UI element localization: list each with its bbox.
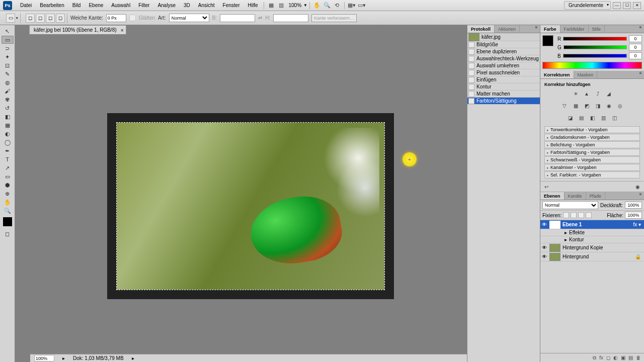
color-spectrum[interactable] <box>542 62 642 69</box>
vibrance-icon[interactable]: ▽ <box>560 102 569 110</box>
layer-thumb[interactable] <box>549 253 560 261</box>
delete-layer-icon[interactable]: 🗑 <box>636 355 641 360</box>
close-button[interactable]: ✕ <box>633 2 641 9</box>
subtract-selection-icon[interactable]: ◻ <box>46 14 55 23</box>
arrange-icon[interactable]: ▦▾ <box>348 2 356 10</box>
brightness-icon[interactable]: ☀ <box>571 90 580 98</box>
stamp-tool[interactable]: ✾ <box>2 96 14 104</box>
layer-row[interactable]: 👁Hintergrund Kopie <box>540 243 644 252</box>
hand-tool[interactable]: ✋ <box>2 198 14 206</box>
path-tool[interactable]: ↗ <box>2 164 14 172</box>
layer-row[interactable]: ▸ Effekte <box>540 229 644 236</box>
fill-input[interactable] <box>625 212 642 219</box>
opacity-input[interactable] <box>625 202 642 209</box>
tab-ebenen[interactable]: Ebenen <box>540 192 565 200</box>
colorbalance-icon[interactable]: ◩ <box>582 102 591 110</box>
history-item[interactable]: Einfügen <box>467 76 540 83</box>
bw-icon[interactable]: ◨ <box>593 102 602 110</box>
panel-menu-icon[interactable]: ≡ <box>637 25 644 33</box>
visibility-icon[interactable]: 👁 <box>541 245 547 251</box>
hand-icon[interactable]: ✋ <box>313 2 321 10</box>
wand-tool[interactable]: ✦ <box>2 53 14 61</box>
blur-tool[interactable]: ◐ <box>2 130 14 138</box>
preset-item[interactable]: Gradationskurven - Vorgaben <box>544 134 640 141</box>
clip-icon[interactable]: ◉ <box>635 184 640 190</box>
menu-datei[interactable]: Datei <box>16 3 36 8</box>
move-tool[interactable]: ↖ <box>2 27 14 35</box>
add-selection-icon[interactable]: ◻ <box>36 14 45 23</box>
photofilter-icon[interactable]: ◉ <box>604 102 613 110</box>
tab-farbfelder[interactable]: Farbfelder <box>560 25 589 33</box>
tab-aktionen[interactable]: Aktionen <box>495 25 520 33</box>
preset-item[interactable]: Schwarzweiß - Vorgaben <box>544 156 640 163</box>
group-icon[interactable]: ▣ <box>621 355 625 360</box>
threshold-icon[interactable]: ◧ <box>588 114 597 122</box>
marquee-tool-preset[interactable]: ▭ <box>6 14 15 23</box>
history-item[interactable]: Auswahlrechteck-Werkzeug <box>467 55 540 62</box>
refine-edge-button[interactable]: Kante verbessern… <box>311 14 357 22</box>
link-layers-icon[interactable]: ⧉ <box>593 355 596 361</box>
preset-item[interactable]: Farbton/Sättigung - Vorgaben <box>544 149 640 156</box>
new-selection-icon[interactable]: ◻ <box>26 14 35 23</box>
lock-transparent-icon[interactable] <box>563 212 569 218</box>
invert-icon[interactable]: ◪ <box>566 114 575 122</box>
green-value[interactable] <box>629 44 642 51</box>
menu-bearbeiten[interactable]: Bearbeiten <box>36 3 68 8</box>
view-extras-icon[interactable]: ▥ <box>277 2 285 10</box>
3d-tool[interactable]: ⬢ <box>2 181 14 189</box>
document-canvas[interactable] <box>107 113 394 299</box>
eraser-tool[interactable]: ◧ <box>2 113 14 121</box>
lock-pixels-icon[interactable] <box>571 212 577 218</box>
history-item[interactable]: Ebene duplizieren <box>467 48 540 55</box>
layer-thumb[interactable] <box>549 244 560 252</box>
menu-auswahl[interactable]: Auswahl <box>107 3 134 8</box>
adjust-layer-icon[interactable]: ◐ <box>613 355 618 360</box>
blend-mode-select[interactable]: Normal <box>542 201 598 209</box>
green-slider[interactable] <box>564 45 627 49</box>
lock-position-icon[interactable] <box>578 212 584 218</box>
menu-analyse[interactable]: Analyse <box>153 3 180 8</box>
tab-kanaele[interactable]: Kanäle <box>565 192 586 200</box>
foreground-swatch[interactable] <box>542 35 553 46</box>
shape-tool[interactable]: ▭ <box>2 172 14 180</box>
intersect-selection-icon[interactable]: ◻ <box>56 14 65 23</box>
menu-filter[interactable]: Filter <box>134 3 153 8</box>
preset-item[interactable]: Sel. Farbkorr. - Vorgaben <box>544 171 640 178</box>
eyedropper-tool[interactable]: ✎ <box>2 70 14 78</box>
quickmask-icon[interactable]: ◻ <box>2 230 14 238</box>
screen-mode-icon[interactable]: ▭▾ <box>358 2 366 10</box>
menu-bild[interactable]: Bild <box>68 3 85 8</box>
curves-icon[interactable]: ⤴ <box>593 90 602 98</box>
panel-menu-icon[interactable]: ≡ <box>637 192 644 200</box>
history-brush-tool[interactable]: ↺ <box>2 104 14 112</box>
rotate-icon[interactable]: ⟲ <box>333 2 341 10</box>
menu-3d[interactable]: 3D <box>180 3 194 8</box>
history-snapshot-thumb[interactable] <box>468 33 479 41</box>
document-tab[interactable]: käfer.jpg bei 100% (Ebene 1, RGB/8) × <box>29 25 126 34</box>
visibility-icon[interactable]: 👁 <box>541 254 547 260</box>
layer-thumb[interactable] <box>549 221 560 229</box>
fx-icon[interactable]: fx <box>599 355 603 360</box>
minimize-button[interactable]: — <box>613 2 621 9</box>
feather-input[interactable] <box>106 14 126 22</box>
menu-hilfe[interactable]: Hilfe <box>244 3 262 8</box>
preset-item[interactable]: Belichtung - Vorgaben <box>544 141 640 148</box>
blue-slider[interactable] <box>563 54 627 58</box>
marquee-tool[interactable]: ▭ <box>2 36 14 44</box>
menu-ebene[interactable]: Ebene <box>85 3 107 8</box>
zoom-display[interactable]: 100% <box>286 3 303 8</box>
gradmap-icon[interactable]: ▥ <box>599 114 608 122</box>
red-value[interactable] <box>629 35 642 42</box>
history-item[interactable]: Matter machen <box>467 90 540 98</box>
lasso-tool[interactable]: ⊃ <box>2 44 14 52</box>
preset-item[interactable]: Tonwertkorrektur - Vorgaben <box>544 126 640 133</box>
posterize-icon[interactable]: ▤ <box>577 114 586 122</box>
exposure-icon[interactable]: ◢ <box>604 90 613 98</box>
brush-tool[interactable]: 🖌 <box>2 87 14 95</box>
menu-ansicht[interactable]: Ansicht <box>194 3 219 8</box>
crop-tool[interactable]: ⊡ <box>2 61 14 69</box>
lock-all-icon[interactable] <box>586 212 592 218</box>
tab-farbe[interactable]: Farbe <box>540 25 560 33</box>
canvas-area[interactable]: käfer.jpg bei 100% (Ebene 1, RGB/8) × + … <box>15 25 467 362</box>
mask-icon[interactable]: ◻ <box>606 355 610 360</box>
